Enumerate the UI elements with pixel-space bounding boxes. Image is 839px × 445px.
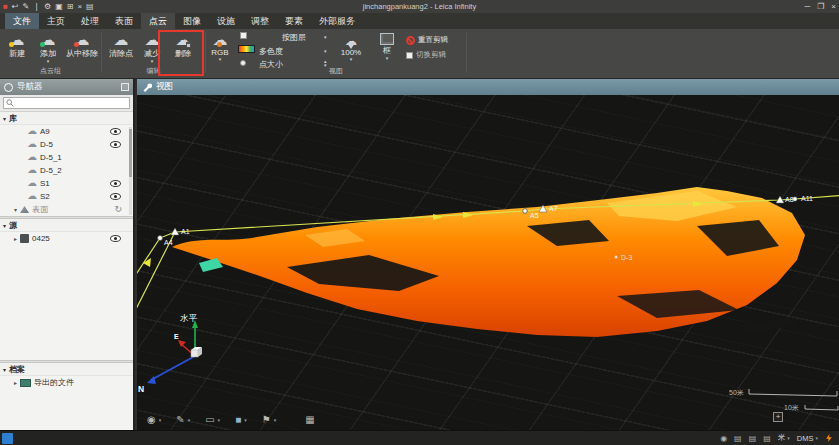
section-library[interactable]: ▾ 库 [0, 112, 133, 125]
multi-hue-label[interactable]: 多色度 [259, 46, 283, 57]
wrench-icon [142, 82, 152, 92]
status-doc-icon[interactable]: ▤ [749, 434, 757, 443]
tree-item-exported-files[interactable]: ▸ 导出的文件 [0, 376, 133, 389]
search-icon [6, 99, 14, 107]
tree-item-s2[interactable]: ☁ S2 [0, 190, 133, 203]
box-button[interactable]: 框 ▾ [374, 31, 400, 61]
maximize-button[interactable]: ❐ [817, 0, 824, 13]
rgb-cloud-icon: ☁ [209, 31, 231, 48]
box-icon [380, 33, 394, 45]
grid-toggle-button[interactable]: ▦ [305, 414, 314, 425]
axis-east-label: E [174, 333, 179, 340]
section-archive[interactable]: ▾ 档案 [0, 363, 133, 376]
chevron-down-icon: ▾ [218, 417, 221, 423]
visibility-eye-icon[interactable] [110, 128, 121, 135]
file-icon [20, 234, 29, 243]
axis-triad: 水平 E N [138, 313, 202, 394]
statusbar-right: ◉ ▤ ▤ ▤ 米▾ DMS▾ [720, 433, 839, 443]
filter-cloud-icon: ☁ [340, 31, 362, 48]
chevron-down-icon: ▾ [244, 417, 247, 423]
tab-imaging[interactable]: 图像 [175, 13, 209, 29]
clean-points-button[interactable]: ☁ 清除点 [104, 31, 138, 59]
collapse-icon: ▾ [3, 115, 6, 122]
tab-file[interactable]: 文件 [5, 13, 39, 29]
marker-label: A4 [164, 239, 173, 246]
point-label-d3: D-3 [621, 254, 632, 261]
zoom-percent-button[interactable]: ☁ 100% ▾ [334, 31, 368, 62]
visibility-eye-icon[interactable] [110, 141, 121, 148]
add-button[interactable]: ☁ 添加 ▾ [33, 31, 63, 64]
rgb-button[interactable]: ☁ RGB ▾ [206, 31, 234, 62]
pointcloud-icon: ☁ [27, 152, 37, 162]
tab-services[interactable]: 外部服务 [311, 13, 363, 29]
tree-item-surfaces[interactable]: ▾ 表面 ↻ [0, 203, 133, 216]
search-input[interactable] [3, 97, 130, 109]
titlebar: ■ ↩ ✎ ❘ ⚙ ▣ ⊞ × ▤ jinchangpankuang2 - Le… [0, 0, 839, 13]
tree-item-d5-1[interactable]: ☁ D-5_1 [0, 151, 133, 164]
axis-north-label: N [138, 384, 144, 394]
tab-surfaces[interactable]: 表面 [107, 13, 141, 29]
tab-features[interactable]: 要素 [277, 13, 311, 29]
remove-from-button[interactable]: ☁ 从中移除 [63, 31, 101, 59]
status-doc-icon[interactable]: ▤ [763, 434, 771, 443]
pointcloud-icon: ☁ [27, 191, 37, 201]
angle-unit-dropdown[interactable]: DMS▾ [797, 434, 818, 443]
chevron-down-icon[interactable]: ▾ [324, 34, 327, 40]
scrollbar[interactable] [129, 127, 132, 215]
viewport-toolbar: ◉▾ ✎▾ ▭▾ ■▾ ⚑▾ ▦ [147, 414, 315, 425]
tab-processing[interactable]: 处理 [73, 13, 107, 29]
by-layer-dropdown[interactable]: 按图层 [282, 32, 306, 43]
tab-point-cloud[interactable]: 点云 [141, 13, 175, 29]
pin-icon[interactable] [121, 83, 129, 91]
minimize-button[interactable]: ─ [804, 0, 810, 13]
tree-item-d5-2[interactable]: ☁ D-5_2 [0, 164, 133, 177]
viewport-canvas[interactable]: A4 A1 A5 A7 A8 A11 D-3 [137, 95, 839, 430]
group-separator [466, 33, 467, 73]
marker-label: A5 [530, 212, 539, 219]
collapse-icon: ▾ [3, 366, 6, 373]
chevron-down-icon[interactable]: ▾ [324, 48, 327, 54]
status-doc-icon[interactable]: ▤ [734, 434, 742, 443]
new-button[interactable]: ☁ 新建 [2, 31, 32, 59]
add-view-button[interactable]: + [773, 412, 783, 422]
orbit-tool-button[interactable]: ◉▾ [147, 414, 161, 425]
tab-home[interactable]: 主页 [39, 13, 73, 29]
tree-item-s1[interactable]: ☁ S1 [0, 177, 133, 190]
tool-flash-icon[interactable] [825, 434, 833, 442]
tab-adjustments[interactable]: 调整 [243, 13, 277, 29]
status-target-icon[interactable]: ◉ [720, 434, 727, 443]
flag-tool-button[interactable]: ⚑▾ [262, 414, 276, 425]
marker-label: A7 [549, 205, 558, 212]
select-tool-button[interactable]: ▭▾ [205, 414, 220, 425]
chevron-down-icon: ▾ [815, 435, 818, 441]
visibility-eye-icon[interactable] [110, 193, 121, 200]
draw-tool-button[interactable]: ✎▾ [176, 414, 190, 425]
section-source[interactable]: ▾ 源 [0, 219, 133, 232]
reset-clip-button[interactable]: 重置剪辑 [406, 35, 448, 45]
tab-infrastructure[interactable]: 设施 [209, 13, 243, 29]
toggle-clip-checkbox[interactable]: 切换剪辑 [406, 50, 448, 60]
pointcloud-icon: ☁ [27, 165, 37, 175]
window-title: jinchangpankuang2 - Leica Infinity [0, 0, 839, 13]
taskbar-app-icon[interactable] [2, 433, 13, 444]
viewport-header: 视图 [137, 79, 839, 95]
tree-item-a9[interactable]: ☁ A9 [0, 125, 133, 138]
length-unit-dropdown[interactable]: 米▾ [778, 433, 790, 443]
cube-view-button[interactable]: ■▾ [235, 414, 247, 425]
pointcloud-icon: ☁ [27, 126, 37, 136]
group-label: 视图 [206, 66, 466, 76]
scale-near-label: 10米 [784, 404, 799, 411]
group-label: 点云组 [0, 66, 101, 76]
folder-icon [20, 379, 31, 387]
multi-hue-gradient-icon[interactable] [238, 45, 255, 53]
marker-label: A1 [181, 228, 190, 235]
tree-item-d5[interactable]: ☁ D-5 [0, 138, 133, 151]
chevron-down-icon: ▾ [274, 417, 277, 423]
tree-item-0425[interactable]: ▸ 0425 [0, 232, 133, 245]
close-button[interactable]: × [831, 0, 836, 13]
visibility-eye-icon[interactable] [110, 180, 121, 187]
visibility-eye-icon[interactable] [110, 235, 121, 242]
by-layer-checkbox[interactable] [240, 32, 247, 39]
navigator-search [0, 95, 133, 112]
chevron-down-icon: ▾ [47, 59, 50, 64]
